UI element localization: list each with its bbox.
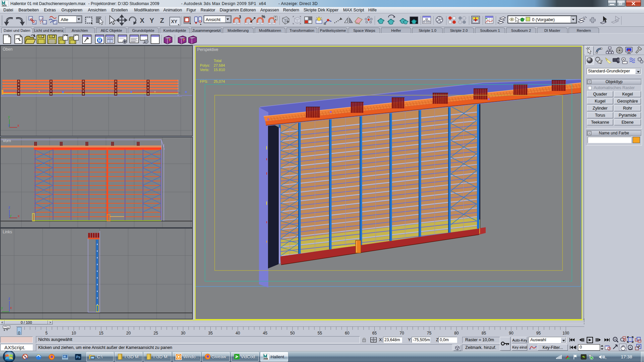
svg-text:85: 85 <box>482 331 486 336</box>
svg-text:0: 0 <box>18 331 20 336</box>
svg-text:20: 20 <box>126 331 131 336</box>
svg-text:X: X <box>140 17 145 24</box>
svg-text:x: x <box>17 123 19 127</box>
svg-text:Alle: Alle <box>61 17 68 22</box>
svg-text:Y: Y <box>150 17 154 24</box>
svg-text:15.810: 15.810 <box>214 68 225 72</box>
svg-text:Polys:: Polys: <box>200 63 210 67</box>
svg-text:80: 80 <box>454 331 459 336</box>
svg-text:x: x <box>18 214 20 218</box>
svg-text:?: ? <box>182 38 185 42</box>
svg-text:10: 10 <box>71 331 76 336</box>
svg-text:70: 70 <box>399 331 404 336</box>
svg-text:Total: Total <box>214 59 221 63</box>
svg-text:27.584: 27.584 <box>214 63 225 67</box>
svg-text:45: 45 <box>263 331 268 336</box>
svg-text:55: 55 <box>318 331 322 336</box>
svg-text:?: ? <box>168 38 171 42</box>
svg-text:50: 50 <box>290 331 295 336</box>
svg-text:40: 40 <box>235 331 240 336</box>
svg-text:Z: Z <box>160 17 164 24</box>
svg-text:3DS: 3DS <box>2 4 7 7</box>
svg-text:60: 60 <box>345 331 350 336</box>
svg-text:Ansicht: Ansicht <box>206 17 221 22</box>
svg-text:Verts:: Verts: <box>200 68 209 72</box>
svg-text:25: 25 <box>154 331 158 336</box>
svg-text:3: 3 <box>239 15 241 19</box>
svg-text:M: M <box>98 39 101 43</box>
svg-text:y: y <box>10 214 12 218</box>
svg-text:35: 35 <box>208 331 213 336</box>
svg-text:100: 100 <box>562 331 569 336</box>
svg-text:15: 15 <box>99 331 104 336</box>
svg-text:75: 75 <box>427 331 432 336</box>
svg-text:%: % <box>262 14 265 19</box>
svg-text:x: x <box>10 306 12 310</box>
svg-text:z: z <box>8 296 10 300</box>
svg-text:3DS: 3DS <box>264 358 268 360</box>
svg-text:90: 90 <box>509 331 514 336</box>
svg-text:95: 95 <box>536 331 541 336</box>
svg-text:5: 5 <box>45 331 48 336</box>
svg-text:z: z <box>8 205 10 209</box>
svg-text:XY: XY <box>171 19 177 24</box>
svg-text:z: z <box>8 123 10 127</box>
svg-text:65: 65 <box>372 331 377 336</box>
svg-text:0 (Vorgabe): 0 (Vorgabe) <box>532 17 555 22</box>
svg-text:4,8: 4,8 <box>603 355 606 360</box>
svg-text:FPS:: FPS: <box>200 79 208 83</box>
svg-text:25,074: 25,074 <box>214 79 225 83</box>
svg-text:30: 30 <box>181 331 185 336</box>
svg-text:y: y <box>1 306 3 310</box>
svg-text:y: y <box>8 115 10 119</box>
svg-text:Ps: Ps <box>76 355 80 359</box>
